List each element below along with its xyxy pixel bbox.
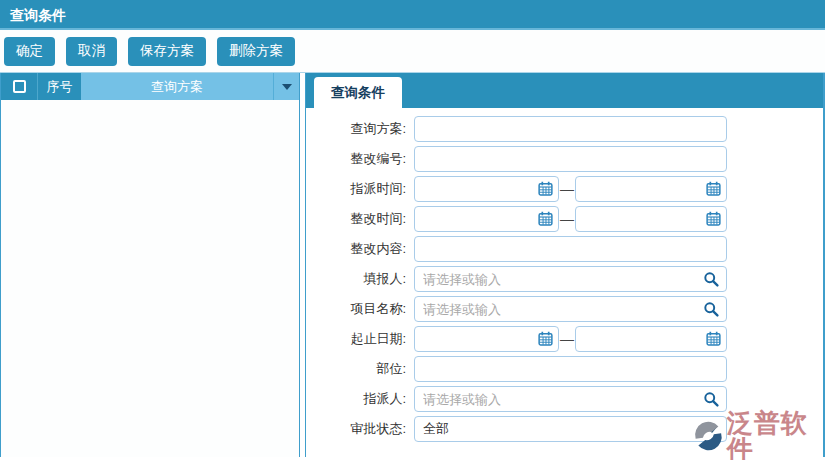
- page-title: 查询条件: [10, 7, 66, 23]
- rectify-time-end: [575, 206, 727, 232]
- assign-time-end-input[interactable]: [575, 176, 727, 202]
- location-label: 部位:: [306, 360, 406, 378]
- chevron-down-icon: [707, 427, 717, 433]
- search-icon[interactable]: [703, 271, 719, 287]
- location-input[interactable]: [414, 356, 727, 382]
- search-icon[interactable]: [703, 391, 719, 407]
- calendar-icon[interactable]: [538, 181, 553, 196]
- project-name-label: 项目名称:: [306, 300, 406, 318]
- approval-status-select[interactable]: 全部: [414, 416, 727, 442]
- column-header-plan[interactable]: 查询方案: [81, 73, 273, 100]
- assign-time-label: 指派时间:: [306, 180, 406, 198]
- assignee-label: 指派人:: [306, 390, 406, 408]
- form-row-reporter: 填报人:: [306, 264, 823, 294]
- date-range-end: [575, 326, 727, 352]
- tab-query-conditions[interactable]: 查询条件: [314, 77, 402, 108]
- form-row-date-range: 起止日期: —: [306, 324, 823, 354]
- form-row-location: 部位:: [306, 354, 823, 384]
- query-condition-form: 查询方案: 整改编号: 指派时间:: [306, 108, 823, 444]
- form-row-plan-name: 查询方案:: [306, 114, 823, 144]
- project-name-input[interactable]: [414, 296, 727, 322]
- assign-time-start: [414, 176, 559, 202]
- reporter-input[interactable]: [414, 266, 727, 292]
- calendar-icon[interactable]: [706, 331, 721, 346]
- rectify-no-label: 整改编号:: [306, 150, 406, 168]
- column-header-seq: 序号: [38, 73, 81, 100]
- date-separator: —: [559, 331, 575, 347]
- search-icon[interactable]: [703, 301, 719, 317]
- select-all-checkbox[interactable]: [1, 73, 38, 100]
- cancel-button[interactable]: 取消: [66, 37, 117, 66]
- reporter-label: 填报人:: [306, 270, 406, 288]
- rectify-time-end-input[interactable]: [575, 206, 727, 232]
- rectify-no-input[interactable]: [414, 146, 727, 172]
- approval-status-value: 全部: [423, 420, 449, 438]
- assign-time-end: [575, 176, 727, 202]
- assignee-input[interactable]: [414, 386, 727, 412]
- date-separator: —: [559, 181, 575, 197]
- plan-name-input[interactable]: [414, 116, 727, 142]
- query-condition-panel: 查询条件 查询方案: 整改编号:: [305, 73, 825, 457]
- dialog-body: 序号 查询方案 查询条件 查询方案:: [0, 73, 825, 457]
- date-range-end-input[interactable]: [575, 326, 727, 352]
- calendar-icon[interactable]: [706, 211, 721, 226]
- delete-plan-button[interactable]: 删除方案: [217, 37, 295, 66]
- form-row-rectify-no: 整改编号:: [306, 144, 823, 174]
- form-row-approval-status: 审批状态: 全部: [306, 414, 823, 444]
- query-plan-list-panel: 序号 查询方案: [0, 73, 300, 457]
- tabstrip: 查询条件: [306, 73, 823, 108]
- form-row-assign-time: 指派时间: —: [306, 174, 823, 204]
- date-separator: —: [559, 211, 575, 227]
- plan-name-label: 查询方案:: [306, 120, 406, 138]
- date-range-label: 起止日期:: [306, 330, 406, 348]
- calendar-icon[interactable]: [706, 181, 721, 196]
- column-dropdown-button[interactable]: [273, 73, 299, 100]
- date-range-start: [414, 326, 559, 352]
- rectify-time-label: 整改时间:: [306, 210, 406, 228]
- save-plan-button[interactable]: 保存方案: [128, 37, 206, 66]
- toolbar: 确定 取消 保存方案 删除方案: [0, 30, 825, 73]
- confirm-button[interactable]: 确定: [4, 37, 55, 66]
- checkbox-icon: [13, 80, 26, 93]
- approval-status-label: 审批状态:: [306, 420, 406, 438]
- form-row-rectify-content: 整改内容:: [306, 234, 823, 264]
- rectify-content-input[interactable]: [414, 236, 727, 262]
- rectify-time-start: [414, 206, 559, 232]
- dialog-titlebar: 查询条件: [0, 0, 825, 30]
- calendar-icon[interactable]: [538, 331, 553, 346]
- form-row-assignee: 指派人:: [306, 384, 823, 414]
- calendar-icon[interactable]: [538, 211, 553, 226]
- form-row-project-name: 项目名称:: [306, 294, 823, 324]
- form-row-rectify-time: 整改时间: —: [306, 204, 823, 234]
- query-plan-grid-header: 序号 查询方案: [1, 73, 299, 100]
- chevron-down-icon: [282, 84, 292, 90]
- rectify-content-label: 整改内容:: [306, 240, 406, 258]
- query-plan-list[interactable]: [1, 100, 299, 457]
- query-condition-dialog: 查询条件 确定 取消 保存方案 删除方案 序号 查询方案 查询条件: [0, 0, 825, 460]
